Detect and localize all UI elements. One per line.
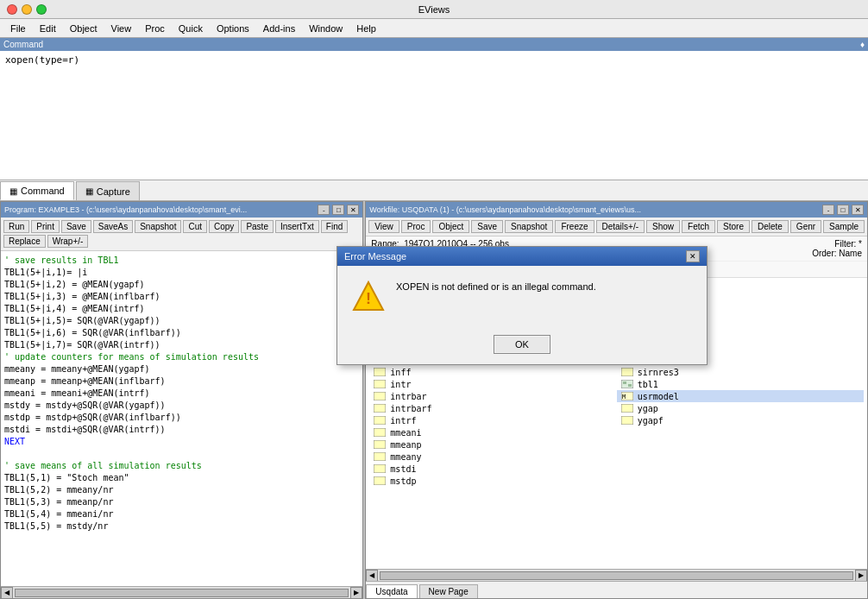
dialog-body: ! XOPEN is not defined or is an illegal … — [337, 266, 707, 328]
error-dialog: Error Message ✕ ! XOPEN is not defined o… — [337, 246, 708, 365]
dialog-titlebar: Error Message ✕ — [337, 247, 707, 266]
dialog-title: Error Message — [344, 251, 406, 262]
dialog-overlay: Error Message ✕ ! XOPEN is not defined o… — [0, 0, 868, 599]
dialog-ok-button[interactable]: OK — [494, 335, 550, 354]
dialog-close-button[interactable]: ✕ — [686, 250, 700, 262]
svg-text:!: ! — [366, 290, 371, 307]
dialog-message: XOPEN is not defined or is an illegal co… — [396, 280, 693, 294]
dialog-footer: OK — [337, 328, 707, 364]
warning-icon: ! — [351, 280, 386, 314]
